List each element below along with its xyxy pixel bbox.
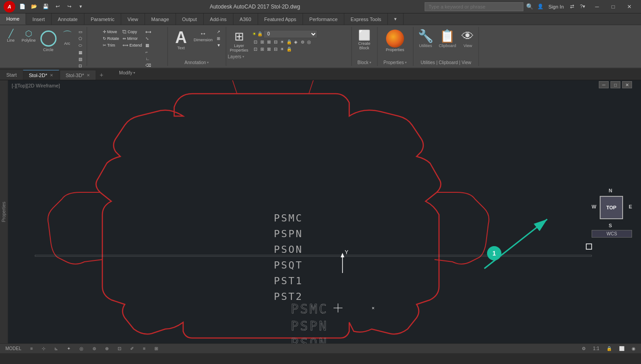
layer-icon-d[interactable]: ⊟ — [272, 46, 279, 52]
tab-manage[interactable]: Manage — [145, 13, 176, 25]
layer-icon-4[interactable]: ⊟ — [272, 39, 279, 45]
tab-more-dropdown[interactable]: ▾ — [388, 13, 404, 25]
move-tool[interactable]: ✛ Move — [101, 29, 121, 35]
tab-view[interactable]: View — [121, 13, 145, 25]
copy-tool[interactable]: ⿻ Copy — [121, 29, 143, 35]
tab-stol2d-close[interactable]: ✕ — [50, 73, 53, 78]
status-polar[interactable]: ✦ — [65, 346, 72, 351]
status-ortho[interactable]: ⊾ — [53, 346, 60, 351]
search-icon[interactable]: 🔍 — [525, 2, 534, 11]
status-annotation-scale[interactable]: 1:1 — [591, 346, 601, 351]
navcube-top-button[interactable]: TOP — [600, 196, 623, 219]
properties-group-arrow[interactable]: ▾ — [405, 61, 407, 65]
qat-new[interactable]: 📄 — [18, 2, 27, 11]
tab-add-button[interactable]: + — [97, 70, 106, 80]
status-ducs[interactable]: ⊡ — [116, 346, 123, 351]
properties-sidebar-panel[interactable]: Properties — [0, 80, 8, 343]
ellipse-tool[interactable]: ⬭ — [77, 42, 84, 49]
layer-icon-1[interactable]: ⊡ — [252, 39, 259, 45]
status-workspace[interactable]: ⚙ — [580, 346, 588, 351]
tab-addins[interactable]: Add-ins — [204, 13, 233, 25]
sign-in-label[interactable]: Sign In — [547, 2, 566, 11]
restore-button[interactable]: □ — [605, 0, 621, 13]
view-tool[interactable]: 👁 View — [460, 28, 476, 49]
sign-in-icon[interactable]: 👤 — [536, 2, 545, 11]
status-grid[interactable]: ≡ — [29, 346, 35, 351]
rectangle-tool[interactable]: ▭ — [77, 29, 84, 35]
layer-icon-7[interactable]: ◈ — [293, 39, 299, 45]
layer-icon-9[interactable]: ◎ — [306, 39, 312, 45]
tab-featured[interactable]: Featured Apps — [258, 13, 303, 25]
tab-express[interactable]: Express Tools — [344, 13, 388, 25]
fillet-tool[interactable]: ⌐ — [144, 49, 153, 55]
tab-stol3d-close[interactable]: ✕ — [87, 73, 90, 78]
properties-tool[interactable]: Properties — [384, 29, 406, 53]
status-hardware[interactable]: ⬜ — [617, 346, 626, 351]
layer-properties-tool[interactable]: ⊞ LayerProperties — [228, 29, 250, 53]
tab-output[interactable]: Output — [176, 13, 204, 25]
extend-tool[interactable]: ⟺ Extend — [121, 42, 143, 48]
mirror-tool[interactable]: ⇔ Mirror — [121, 35, 143, 42]
dimension-tool[interactable]: ↔ Dimension — [192, 29, 215, 43]
viewport-minimize[interactable]: ─ — [599, 81, 609, 88]
status-lock[interactable]: 🔒 — [605, 346, 614, 351]
viewport-restore[interactable]: □ — [610, 81, 620, 88]
status-model[interactable]: MODEL — [4, 346, 23, 351]
polygon-tool[interactable]: ⬠ — [77, 35, 84, 42]
status-osnap[interactable]: ◎ — [78, 346, 85, 351]
tab-home[interactable]: Home — [0, 13, 26, 25]
qat-save[interactable]: 💾 — [41, 2, 50, 11]
annotation-group-arrow[interactable]: ▾ — [207, 61, 209, 65]
app-logo[interactable]: A — [4, 1, 15, 13]
layers-group-arrow[interactable]: ▾ — [242, 55, 244, 59]
layer-icon-b[interactable]: ⊞ — [259, 46, 265, 52]
chamfer-tool[interactable]: ∟ — [144, 56, 153, 62]
status-dyn[interactable]: ✐ — [128, 346, 136, 351]
status-3dosnap[interactable]: ⊚ — [91, 346, 98, 351]
hatch-tool[interactable]: ▦ — [77, 49, 84, 56]
utilities-tool[interactable]: 🔧 Utilities — [416, 28, 435, 49]
search-input[interactable] — [425, 2, 523, 11]
line-tool[interactable]: ╱ Line — [3, 29, 19, 43]
gradient-tool[interactable]: ▧ — [77, 56, 84, 62]
qat-undo[interactable]: ↩ — [53, 2, 62, 11]
clipboard-tool[interactable]: 📋 Clipboard — [437, 28, 458, 49]
status-isolate[interactable]: ◉ — [630, 346, 637, 351]
block-tool[interactable]: ⬜ CreateBlock — [355, 29, 374, 51]
layer-icon-2[interactable]: ⊞ — [259, 39, 265, 45]
tab-parametric[interactable]: Parametric — [84, 13, 121, 25]
help-dropdown[interactable]: ?▾ — [578, 2, 587, 11]
qat-redo[interactable]: ↪ — [65, 2, 74, 11]
trim-tool[interactable]: ✂ Trim — [101, 42, 121, 48]
tab-stol3d[interactable]: Stol-3D* ✕ — [60, 70, 96, 80]
tab-start[interactable]: Start — [0, 70, 23, 80]
circle-tool[interactable]: Circle — [39, 29, 58, 53]
leader-tool[interactable]: ↗ — [215, 29, 222, 35]
qat-dropdown[interactable]: ▾ — [76, 2, 85, 11]
tab-stol2d[interactable]: Stol-2D* ✕ — [23, 70, 59, 80]
layer-icon-c[interactable]: ⊠ — [266, 46, 272, 52]
status-snap[interactable]: ⊹ — [40, 346, 47, 351]
exchange-icon[interactable]: ⇄ — [567, 2, 576, 11]
rotate-tool[interactable]: ↻ Rotate — [101, 35, 121, 42]
boundary-tool[interactable]: ⊡ — [77, 63, 84, 69]
tab-performance[interactable]: Performance — [303, 13, 344, 25]
status-lwt[interactable]: ≡ — [141, 346, 147, 351]
layer-icon-3[interactable]: ⊠ — [266, 39, 272, 45]
wcs-button[interactable]: WCS — [592, 230, 632, 238]
minimize-button[interactable]: ─ — [589, 0, 605, 13]
text-tool[interactable]: A Text — [171, 29, 191, 51]
layer-icon-f[interactable]: 🔒 — [286, 46, 292, 52]
arc-tool[interactable]: ⌒ Arc — [59, 29, 75, 47]
layer-icon-e[interactable]: ☀ — [279, 46, 285, 52]
layer-icon-8[interactable]: ⊚ — [299, 39, 306, 45]
status-otrack[interactable]: ⊕ — [103, 346, 110, 351]
layer-icon-5[interactable]: ☀ — [279, 39, 285, 45]
annotation-dropdown[interactable]: ▼ — [215, 42, 222, 48]
erase-tool[interactable]: ⌫ — [144, 62, 153, 69]
stretch-tool[interactable]: ⟷ — [144, 29, 153, 35]
drawing-canvas[interactable]: Y × PSMC PSPN PSON PSQT PST1 PST2 — [8, 80, 641, 343]
array-tool[interactable]: ▦ — [144, 42, 153, 48]
status-tpy[interactable]: ⊞ — [153, 346, 160, 351]
block-group-arrow[interactable]: ▾ — [369, 61, 371, 65]
